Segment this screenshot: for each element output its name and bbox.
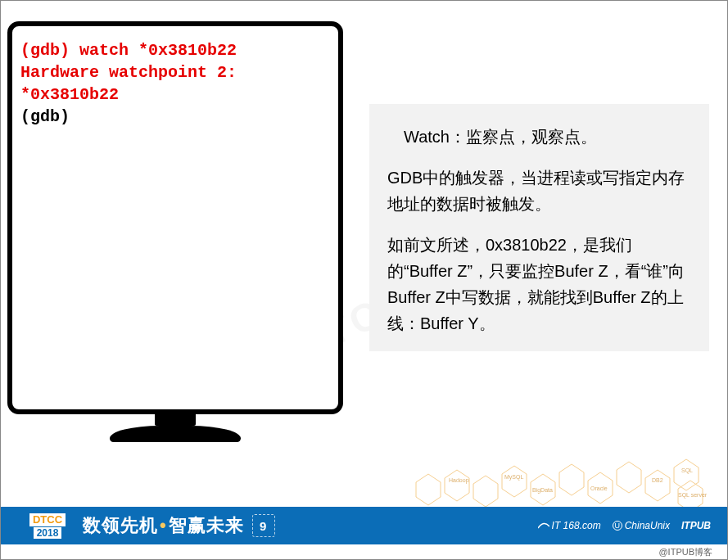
sponsor-chinaunix: U ChinaUnix: [613, 520, 670, 531]
svg-marker-0: [416, 474, 441, 505]
svg-marker-10: [678, 481, 703, 507]
terminal-line-2: Hardware watchpoint 2:: [20, 61, 330, 84]
svg-marker-8: [645, 470, 670, 501]
terminal-line-3: *0x3810b22: [20, 84, 330, 106]
swoosh-icon: [538, 522, 549, 530]
description-p3: 如前文所述，0x3810b22，是我们的“Buffer Z”，只要监控Bufer…: [387, 232, 693, 336]
attribution-text: @ITPUB博客: [658, 546, 712, 558]
slogan-part-b: 智赢未来: [169, 513, 244, 538]
svg-marker-3: [502, 466, 527, 497]
svg-marker-7: [617, 462, 641, 493]
hex-label: DB2: [652, 477, 663, 483]
terminal-screen: (gdb) watch *0x3810b22 Hardware watchpoi…: [7, 21, 343, 414]
sponsor-label: IT 168.com: [552, 520, 601, 531]
hex-label: Hadoop: [449, 477, 469, 484]
hex-label: BigData: [532, 487, 553, 494]
svg-marker-9: [674, 459, 699, 490]
footer-bar: DTCC 2018 数领先机 • 智赢未来 9 IT 168.com U Chi…: [1, 507, 727, 544]
description-panel: Watch：监察点，观察点。 GDB中的触发器，当进程读或写指定内存地址的数据时…: [369, 104, 709, 351]
hexagon-background: Hadoop MySQL BigData Oracle DB2 SQL SQL …: [367, 433, 727, 507]
sponsor-itpub: ITPUB: [681, 520, 711, 531]
monitor-terminal: (gdb) watch *0x3810b22 Hardware watchpoi…: [7, 21, 343, 442]
badge-bottom: 2018: [34, 527, 62, 539]
description-p2: GDB中的触发器，当进程读或写指定内存地址的数据时被触发。: [387, 165, 693, 217]
svg-marker-4: [531, 474, 555, 505]
description-p1: Watch：监察点，观察点。: [387, 124, 693, 150]
slogan-part-a: 数领先机: [83, 513, 158, 538]
u-icon: U: [613, 521, 622, 531]
hex-label: SQL server: [678, 492, 708, 499]
sponsor-it168: IT 168.com: [538, 520, 601, 531]
dtcc-badge: DTCC 2018: [24, 511, 71, 540]
monitor-stand-neck: [155, 414, 196, 426]
svg-marker-5: [559, 464, 584, 495]
svg-marker-2: [473, 476, 498, 507]
footer-slogan: 数领先机 • 智赢未来 9: [83, 513, 275, 538]
slogan-dot: •: [160, 515, 167, 536]
hex-label: MySQL: [504, 474, 523, 481]
svg-marker-1: [445, 470, 469, 501]
sponsor-logos: IT 168.com U ChinaUnix ITPUB: [538, 520, 711, 531]
monitor-stand-base: [110, 426, 241, 442]
terminal-line-4: (gdb): [20, 106, 330, 128]
hex-label: SQL: [681, 467, 693, 474]
svg-marker-6: [588, 472, 613, 504]
sponsor-label: ChinaUnix: [625, 520, 670, 531]
badge-top: DTCC: [29, 513, 66, 526]
hex-label: Oracle: [590, 485, 608, 491]
nine-badge: 9: [252, 514, 275, 537]
terminal-line-1: (gdb) watch *0x3810b22: [20, 39, 330, 61]
